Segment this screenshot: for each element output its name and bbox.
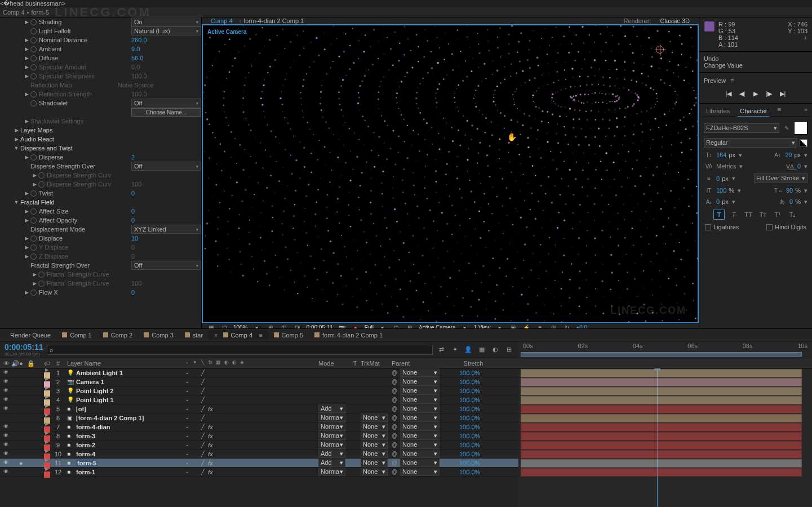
baseline[interactable]: 0 [716,198,720,205]
stroke-color-swatch[interactable] [800,139,807,147]
parent-dropdown[interactable]: None▾ [400,468,440,476]
prop-group-name[interactable]: Layer Maps [20,127,52,134]
anchor-point-icon[interactable] [656,46,664,54]
stretch-value[interactable]: 100.0% [454,442,493,448]
triangle-icon[interactable]: ▶ [24,208,29,214]
timeline-tab[interactable]: Render Queue [5,330,56,340]
speaker-column-icon[interactable]: 🔊 [11,360,17,366]
stopwatch-icon[interactable] [30,190,37,197]
plus-icon[interactable]: + [804,34,807,41]
shy-switch[interactable]: ⬩ [183,468,190,475]
layer-name[interactable]: form-5 [76,460,97,466]
parent-dropdown[interactable]: None▾ [400,459,440,467]
pickwhip-icon[interactable]: @ [392,370,398,376]
layer-name[interactable]: Camera 1 [76,379,104,385]
prop-value[interactable]: 260.0 [131,37,154,43]
fx-col-icon[interactable]: fx [207,359,214,367]
blend-mode-dropdown[interactable]: Norma▾ [318,432,345,440]
first-frame-button[interactable]: |◀ [725,90,733,97]
pickwhip-icon[interactable]: @ [392,406,398,412]
parent-dropdown[interactable]: None▾ [400,441,440,449]
work-area-bar[interactable] [521,352,802,357]
composition-viewer[interactable]: Active Camera LINECG.COM ✋ [202,24,699,323]
shy-switch[interactable]: ⬩ [183,405,190,412]
triangle-icon[interactable]: ▼ [14,145,19,151]
layer-name[interactable]: [form-4-dian 2 Comp 1] [76,415,144,421]
triangle-icon[interactable]: ▶ [24,55,29,61]
triangle-icon[interactable]: ▶ [32,181,37,187]
quality-switch[interactable]: ╱ [199,459,206,466]
layer-row[interactable]: 👁 ▶ 2 📷Camera 1 ⬩╱ @None▾ 100.0% [0,377,518,386]
label-color[interactable] [44,472,50,478]
chevron-left-icon[interactable]: ‹ [239,17,242,24]
all-caps-button[interactable]: TT [743,210,754,220]
solo-column-icon[interactable]: ● [19,360,25,366]
shy-switch[interactable]: ⬩ [183,387,190,394]
layer-row[interactable]: 👁 ▶ 1 💡Ambient Light 1 ⬩╱ @None▾ 100.0% [0,368,518,377]
pickwhip-icon[interactable]: @ [392,451,398,457]
stopwatch-icon[interactable] [38,181,45,188]
stopwatch-icon[interactable] [38,272,45,278]
visibility-toggle[interactable]: 👁 [3,379,10,385]
prop-value[interactable]: 0.0 [131,64,154,70]
solo-toggle[interactable]: ● [19,460,25,466]
layer-name[interactable]: form-4-dian [76,424,110,430]
tab-character[interactable]: Character [738,106,769,117]
layer-name[interactable]: form-4 [76,451,95,457]
fx-switch[interactable]: fx [207,423,214,430]
timeline-tab[interactable]: Comp 1 [56,330,97,340]
triangle-icon[interactable]: ▶ [24,217,29,223]
shy-switch[interactable]: ⬩ [183,432,190,439]
panel-menu-icon[interactable]: ≡ [777,106,780,117]
expand-triangle-icon[interactable]: ▶ [45,412,48,417]
prop-dropdown[interactable]: On▾ [131,17,201,26]
stretch-value[interactable]: 100.0% [454,469,493,475]
hindi-checkbox[interactable] [766,224,773,230]
pickwhip-icon[interactable]: @ [392,379,398,385]
blend-mode-dropdown[interactable]: Norma▾ [318,413,345,422]
shy-col-icon[interactable]: ⬩ [183,359,190,367]
prop-value[interactable]: 9.0 [131,46,154,52]
blend-mode-dropdown[interactable]: Add▾ [318,459,345,467]
layer-duration-bar[interactable] [521,450,802,459]
prop-value[interactable]: 100.0 [131,73,154,79]
fx-switch[interactable]: fx [207,432,214,439]
expand-icon[interactable]: » [804,106,807,117]
triangle-icon[interactable]: ▶ [24,254,29,259]
quality-switch[interactable]: ╱ [199,441,206,448]
stopwatch-icon[interactable] [30,55,37,61]
triangle-icon[interactable]: ▶ [24,73,29,79]
layer-row[interactable]: 👁 ▶ 7 ■form-4-dian ⬩╱fx Norma▾ None▾ @No… [0,422,518,432]
tab-libraries[interactable]: Libraries [704,106,732,117]
draft-3d-icon[interactable]: ✦ [450,345,460,355]
timeline-tab[interactable]: Comp 5 [268,330,309,340]
eyedropper-icon[interactable]: ✎ [782,124,792,132]
expand-triangle-icon[interactable]: ▶ [45,421,48,426]
expand-triangle-icon[interactable]: ▶ [45,368,48,372]
prop-dropdown[interactable]: Off▾ [131,99,201,108]
stretch-value[interactable]: 100.0% [454,424,493,430]
stopwatch-icon[interactable] [30,19,37,25]
font-style-dropdown[interactable]: Regular▾ [704,138,797,148]
visibility-toggle[interactable]: 👁 [3,469,10,475]
pickwhip-icon[interactable]: @ [392,397,398,403]
adj-col-icon[interactable]: ◐ [230,359,238,367]
stopwatch-icon[interactable] [30,208,37,215]
prop-value[interactable]: 0 [131,208,154,215]
stretch-value[interactable]: 100.0% [454,370,493,376]
quality-switch[interactable]: ╱ [199,468,206,475]
ligatures-checkbox[interactable] [705,224,711,230]
prop-value[interactable]: 100 [131,181,154,188]
expand-triangle-icon[interactable]: ▶ [45,457,48,462]
layer-duration-bar[interactable] [521,459,802,468]
font-size[interactable]: 164 [716,152,726,158]
tsume[interactable]: 0 [789,198,793,205]
fx-switch[interactable]: fx [207,405,214,412]
stretch-value[interactable]: 100.0% [454,397,493,403]
prop-dropdown[interactable]: Natural (Lux)▾ [131,26,201,35]
triangle-icon[interactable]: ▶ [32,172,37,178]
shy-switch[interactable]: ⬩ [183,369,190,376]
mb-col-icon[interactable]: ◐ [223,359,230,367]
blend-mode-dropdown[interactable]: Norma▾ [318,441,345,449]
triangle-icon[interactable]: ▶ [24,64,29,70]
